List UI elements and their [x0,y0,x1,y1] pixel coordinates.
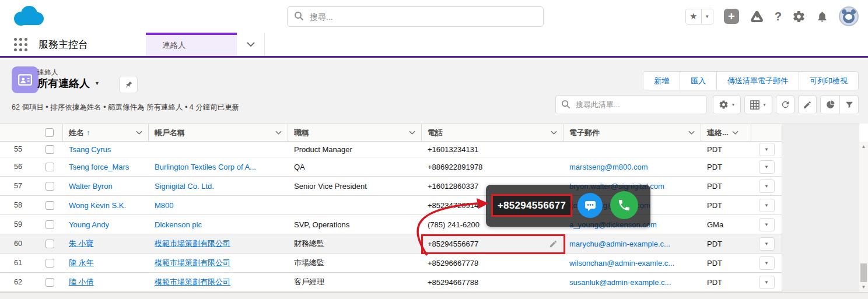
new-button[interactable]: 新增 [643,72,680,90]
tab-contacts[interactable]: 連絡人 [146,33,237,56]
inline-edit-button[interactable] [798,95,817,114]
row-number: 59 [0,215,36,234]
phone-cell: +85296667778 [422,254,564,272]
row-number: 62 [0,273,36,291]
chevron-down-icon[interactable] [275,131,282,135]
email-link[interactable]: marstseng@m800.com [569,163,648,171]
printable-view-button[interactable]: 可列印檢視 [799,72,858,90]
user-avatar[interactable] [839,6,859,26]
row-checkbox[interactable] [46,220,54,229]
favorites-caret-icon[interactable]: ▼ [701,9,713,24]
charts-icon[interactable] [821,96,839,114]
contact-name-link[interactable]: Tseng force_Mars [69,163,129,171]
select-all-checkbox[interactable] [45,128,54,137]
search-icon [294,11,304,21]
row-checkbox[interactable] [46,182,54,191]
email-link[interactable]: marychu@admin-example.c... [569,240,670,248]
phone-cell: +16013234131 [422,142,564,157]
import-button[interactable]: 匯入 [680,72,716,90]
column-header-title[interactable]: 職稱 [288,124,422,141]
row-number: 57 [0,177,36,195]
account-name-link[interactable]: 模範市場策劃有限公司 [155,258,230,268]
setup-gear-icon[interactable] [792,10,806,23]
email-link[interactable]: susanluk@admin-example.c... [569,278,671,287]
vertical-scrollbar[interactable]: ▲ ▼ [859,142,868,292]
contact-name-link[interactable]: Walter Byron [69,182,113,191]
scroll-down-icon[interactable]: ▼ [859,283,868,291]
column-header-name[interactable]: 姓名↑ [63,124,149,141]
caret-down-icon: ▼ [764,147,769,152]
contact-name-link[interactable]: Tsang Cyrus [69,145,111,154]
row-actions-button[interactable]: ▼ [759,180,775,193]
list-search-input[interactable] [555,95,707,114]
email-link[interactable]: wilsonchan@admin-examle.c... [569,259,674,268]
contact-name-link[interactable]: 陳 永年 [69,258,94,268]
caret-down-icon: ▼ [732,103,736,107]
quick-create-icon[interactable]: + [724,9,739,24]
edit-pencil-icon[interactable] [549,240,558,248]
row-checkbox[interactable] [46,259,54,268]
account-name-link[interactable]: 模範市場策劃有限公司 [155,277,230,287]
chevron-down-icon[interactable] [136,131,142,135]
column-header-account[interactable]: 帳戶名稱 [149,124,288,141]
guidance-trailhead-icon[interactable] [750,9,764,24]
row-checkbox[interactable] [46,201,54,210]
tab-caret-icon[interactable] [237,33,265,56]
account-name-link[interactable]: Dickenson plc [155,220,202,229]
row-actions-button[interactable]: ▼ [759,160,775,174]
account-name-link[interactable]: M800 [155,201,174,210]
row-actions-button[interactable]: ▼ [759,237,775,251]
row-actions-button[interactable]: ▼ [759,256,775,270]
view-selector-caret-icon[interactable]: ▼ [94,80,100,86]
filter-icon[interactable] [839,96,858,114]
chevron-down-icon[interactable] [409,131,415,135]
global-search [287,6,544,27]
table-row: 55 Tsang Cyrus Product Manager +16013234… [0,142,782,157]
send-list-email-button[interactable]: 傳送清單電子郵件 [716,72,799,90]
annotation-red-box-popup-number: +85294556677 [491,194,572,217]
horizontal-scroll-area[interactable] [0,292,868,299]
account-name-link[interactable]: Signigital Co. Ltd. [155,182,214,191]
app-launcher-icon[interactable] [13,37,29,53]
call-phone-button[interactable] [610,191,638,219]
row-checkbox[interactable] [46,278,54,287]
column-header-phone[interactable]: 電話 [422,124,564,141]
refresh-button[interactable] [776,95,794,114]
list-view-header: 連絡人 所有連絡人 ▼ 62 個項目 • 排序依據為姓名 • 篩選條件為 所有連… [0,59,868,124]
account-name-link[interactable]: Burlington Textiles Corp of A... [155,163,256,171]
display-as-button[interactable]: ▼ [744,95,772,114]
chevron-down-icon[interactable] [688,131,695,135]
global-search-input[interactable] [287,6,544,27]
row-actions-button[interactable]: ▼ [759,276,775,289]
table-row: 57 Walter Byron Signigital Co. Ltd. Seni… [0,177,782,196]
row-checkbox[interactable] [46,163,54,171]
notifications-bell-icon[interactable] [816,10,828,23]
caret-down-icon: ▼ [764,203,769,208]
account-name-link[interactable]: 模範市場策劃有限公司 [155,238,230,249]
chevron-down-icon[interactable] [732,131,738,135]
scrollbar-thumb[interactable] [860,263,867,282]
column-header-email[interactable]: 電子郵件 [564,124,701,141]
owner-alias-cell: PDT [701,254,751,272]
row-actions-button[interactable]: ▼ [759,143,775,156]
scroll-up-icon[interactable]: ▲ [859,143,868,150]
pin-list-view-button[interactable] [119,76,138,93]
contact-name-link[interactable]: Wong Kevin S.K. [69,201,126,210]
table-row: 61 陳 永年 模範市場策劃有限公司 市場總監 +85296667778 wil… [0,254,782,273]
column-header-owner[interactable]: 連絡... [701,124,751,141]
list-settings-button[interactable]: ▼ [713,95,741,114]
contacts-table: 姓名↑ 帳戶名稱 職稱 電話 電子郵件 連絡... 55 Tsang Cyrus… [0,124,782,292]
contact-name-link[interactable]: 朱 小寶 [69,238,94,249]
contact-name-link[interactable]: 陸 小倩 [69,277,94,287]
row-checkbox[interactable] [46,145,54,154]
row-actions-button[interactable]: ▼ [759,199,775,212]
contact-name-link[interactable]: Young Andy [69,220,109,229]
sms-chat-button[interactable] [578,193,603,218]
caret-down-icon: ▼ [764,280,769,285]
help-icon[interactable]: ? [775,10,782,23]
row-checkbox[interactable] [46,240,54,248]
search-icon [561,100,570,109]
row-actions-button[interactable]: ▼ [759,218,775,231]
favorite-star-icon[interactable]: ★ [686,9,701,24]
chevron-down-icon[interactable] [551,131,557,135]
